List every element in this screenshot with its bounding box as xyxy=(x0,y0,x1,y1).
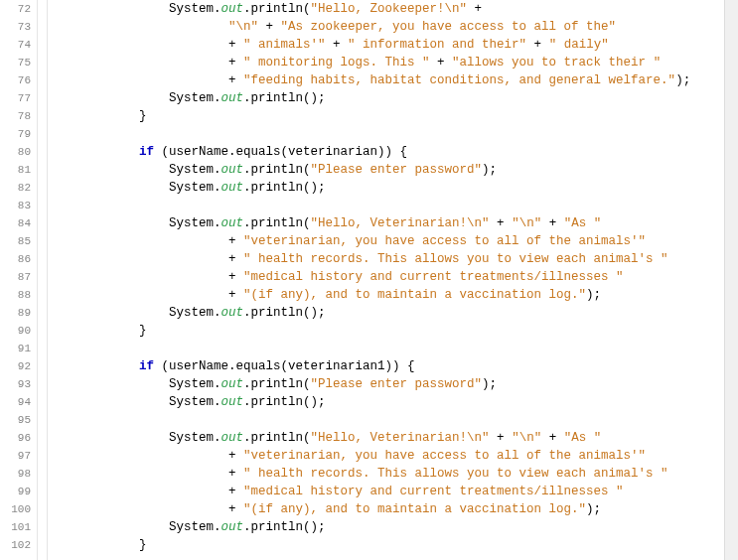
code-token: + xyxy=(228,252,243,266)
code-line[interactable]: System.out.println("Hello, Zookeeper!\n"… xyxy=(48,0,738,18)
code-token: ); xyxy=(482,163,497,177)
code-line[interactable]: + "medical history and current treatment… xyxy=(48,483,738,500)
line-number: 100 xyxy=(0,500,37,518)
code-line[interactable]: System.out.println(); xyxy=(48,89,738,107)
code-line[interactable]: + "feeding habits, habitat conditions, a… xyxy=(48,71,738,89)
code-line[interactable] xyxy=(48,340,738,357)
line-number: 85 xyxy=(0,232,37,250)
code-token: if xyxy=(139,359,154,373)
code-line[interactable]: System.out.println("Hello, Veterinarian!… xyxy=(48,214,738,232)
code-token: + xyxy=(541,216,564,230)
code-token: out xyxy=(221,2,244,16)
code-token: + xyxy=(228,502,243,516)
code-token: ); xyxy=(482,377,497,391)
code-token: + xyxy=(326,38,349,52)
code-token: + xyxy=(258,20,281,34)
code-token: "\n" xyxy=(512,431,541,445)
code-line[interactable] xyxy=(48,197,738,214)
vertical-scrollbar[interactable] xyxy=(724,0,738,560)
code-token: System. xyxy=(169,163,221,177)
code-token: + xyxy=(526,38,549,52)
line-number: 77 xyxy=(0,89,37,107)
line-number: 91 xyxy=(0,340,37,357)
code-token: out xyxy=(221,395,244,409)
code-token: (userName.equals(veterinarian)) { xyxy=(154,145,407,159)
code-token: + xyxy=(228,234,243,248)
code-line[interactable]: if (userName.equals(veterinarian)) { xyxy=(48,143,738,161)
code-token: + xyxy=(228,38,243,52)
code-token: + xyxy=(228,56,243,70)
code-line[interactable]: System.out.println(); xyxy=(48,179,738,197)
code-line[interactable] xyxy=(48,125,738,143)
line-number: 90 xyxy=(0,322,37,340)
line-number: 93 xyxy=(0,375,37,393)
code-line[interactable]: + "(if any), and to maintain a vaccinati… xyxy=(48,500,738,518)
line-number: 94 xyxy=(0,393,37,411)
code-token: " animals'" xyxy=(243,38,326,52)
code-line[interactable]: } xyxy=(48,107,738,125)
code-token: + xyxy=(541,431,564,445)
code-line[interactable]: + "(if any), and to maintain a vaccinati… xyxy=(48,286,738,304)
code-editor-area[interactable]: System.out.println("Hello, Zookeeper!\n"… xyxy=(48,0,738,560)
code-token: .println(); xyxy=(243,91,326,105)
code-line[interactable]: + " monitoring logs. This " + "allows yo… xyxy=(48,54,738,71)
code-token: ); xyxy=(586,502,601,516)
code-line[interactable]: System.out.println("Please enter passwor… xyxy=(48,161,738,179)
line-number: 72 xyxy=(0,0,37,18)
code-line[interactable]: System.out.println(); xyxy=(48,304,738,322)
line-number: 96 xyxy=(0,429,37,447)
code-token: if xyxy=(139,145,154,159)
line-number: 81 xyxy=(0,161,37,179)
code-token: ); xyxy=(586,288,601,302)
code-token: System. xyxy=(169,306,221,320)
code-line[interactable]: System.out.println(); xyxy=(48,518,738,536)
code-line[interactable]: + " health records. This allows you to v… xyxy=(48,250,738,268)
line-number: 76 xyxy=(0,71,37,89)
code-line[interactable]: System.out.println("Please enter passwor… xyxy=(48,375,738,393)
code-token: "Please enter password" xyxy=(311,163,483,177)
code-line[interactable] xyxy=(48,411,738,429)
code-token: System. xyxy=(169,377,221,391)
code-line[interactable]: System.out.println("Hello, Veterinarian!… xyxy=(48,429,738,447)
code-token: "Hello, Veterinarian!\n" xyxy=(311,431,490,445)
code-token: + xyxy=(467,2,482,16)
line-number: 84 xyxy=(0,214,37,232)
code-token: .println(); xyxy=(243,520,326,534)
code-line[interactable]: + "veterinarian, you have access to all … xyxy=(48,447,738,465)
code-token: + xyxy=(228,288,243,302)
code-token: .println(); xyxy=(243,306,326,320)
code-line[interactable]: if (userName.equals(veterinarian1)) { xyxy=(48,357,738,375)
code-token: "Hello, Zookeeper!\n" xyxy=(311,2,468,16)
code-line[interactable]: + "medical history and current treatment… xyxy=(48,268,738,286)
code-token: } xyxy=(139,324,147,338)
code-line[interactable]: System.out.println(); xyxy=(48,393,738,411)
line-number: 87 xyxy=(0,268,37,286)
code-token: " daily" xyxy=(549,38,609,52)
code-line[interactable]: } xyxy=(48,322,738,340)
code-token: System. xyxy=(169,395,221,409)
line-number: 79 xyxy=(0,125,37,143)
line-number: 92 xyxy=(0,357,37,375)
code-token: ); xyxy=(675,73,690,87)
code-line[interactable]: } xyxy=(48,536,738,554)
code-token: "As zookeeper, you have access to all of… xyxy=(281,20,617,34)
code-line[interactable]: + "veterinarian, you have access to all … xyxy=(48,232,738,250)
code-token: } xyxy=(139,538,147,552)
code-token: + xyxy=(228,485,243,498)
code-token: out xyxy=(221,91,244,105)
code-line[interactable]: + " animals'" + " information and their"… xyxy=(48,36,738,54)
line-number: 101 xyxy=(0,518,37,536)
code-line[interactable]: "\n" + "As zookeeper, you have access to… xyxy=(48,18,738,36)
code-token: .println( xyxy=(243,377,311,391)
code-token: "(if any), and to maintain a vaccination… xyxy=(243,502,586,516)
line-number: 99 xyxy=(0,483,37,500)
code-line[interactable]: + " health records. This allows you to v… xyxy=(48,465,738,483)
code-token: out xyxy=(221,216,244,230)
code-token: "Please enter password" xyxy=(311,377,483,391)
code-token: out xyxy=(221,163,244,177)
code-token: System. xyxy=(169,91,221,105)
line-number: 102 xyxy=(0,536,37,554)
line-number: 88 xyxy=(0,286,37,304)
code-token: "feeding habits, habitat conditions, and… xyxy=(243,73,675,87)
code-token: (userName.equals(veterinarian1)) { xyxy=(154,359,415,373)
